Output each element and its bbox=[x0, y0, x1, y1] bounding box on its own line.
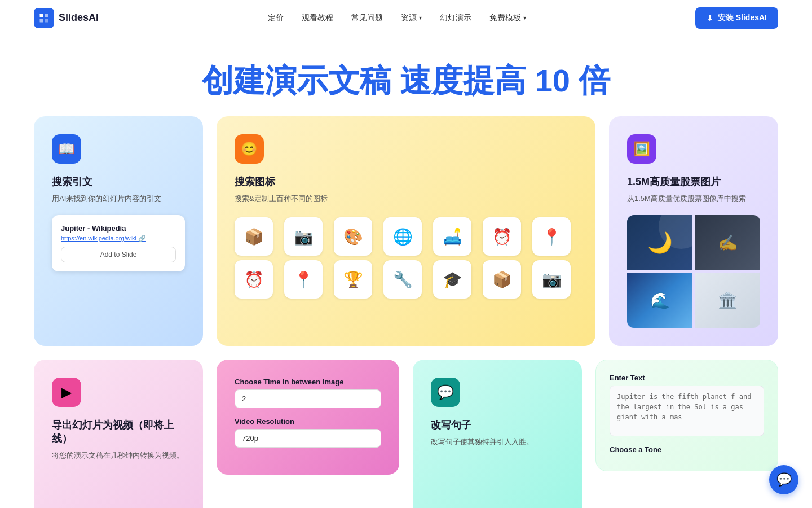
hero-section: 创建演示文稿 速度提高 10 倍 bbox=[0, 36, 812, 116]
citation-url[interactable]: https://en.wikipedia.org/wiki 🔗 bbox=[61, 235, 176, 242]
chevron-down-icon: ▾ bbox=[419, 15, 422, 21]
icon-search-title: 搜索图标 bbox=[235, 175, 577, 189]
citation-title: 搜索引文 bbox=[52, 175, 185, 189]
svg-rect-0 bbox=[40, 14, 43, 17]
nav-faq[interactable]: 常见问题 bbox=[351, 13, 383, 23]
rewrite-textarea[interactable]: Jupiter is the fifth planet f and the la… bbox=[610, 386, 764, 436]
stock-img-2: ✍️ bbox=[695, 215, 760, 270]
icon-item[interactable]: 🌐 bbox=[383, 217, 422, 256]
icon-item[interactable]: 📷 bbox=[532, 260, 571, 299]
resolution-form-group: Video Resolution bbox=[235, 417, 381, 448]
video-form: Choose Time in between image Video Resol… bbox=[217, 360, 399, 475]
chat-icon: 💬 bbox=[776, 472, 792, 487]
stock-image-preview: 🌙 ✍️ 🌊 🏛️ bbox=[627, 215, 760, 328]
logo-text: SlidesAI bbox=[59, 12, 99, 24]
nav-tutorial[interactable]: 观看教程 bbox=[302, 13, 333, 23]
chevron-down-icon-2: ▾ bbox=[523, 15, 526, 21]
download-icon: ⬇ bbox=[707, 14, 713, 23]
nav-resources[interactable]: 资源 ▾ bbox=[401, 13, 422, 23]
stock-img-4: 🏛️ bbox=[695, 273, 760, 328]
hero-title-highlight: 速度提高 10 倍 bbox=[400, 63, 610, 98]
icon-item[interactable]: 🎓 bbox=[433, 260, 471, 299]
stock-image-icon: 🖼️ bbox=[627, 134, 656, 164]
icon-item[interactable]: 🏆 bbox=[334, 260, 372, 299]
navbar: SlidesAI 定价 观看教程 常见问题 资源 ▾ 幻灯演示 免费模板 ▾ ⬇… bbox=[0, 0, 812, 36]
icon-item[interactable]: 📦 bbox=[483, 260, 521, 299]
icon-item[interactable]: 📍 bbox=[284, 260, 323, 299]
rewrite-icon: 💬 bbox=[431, 378, 460, 407]
time-label: Choose Time in between image bbox=[235, 378, 381, 386]
svg-rect-1 bbox=[45, 14, 48, 17]
icon-search-icon: 😊 bbox=[235, 134, 264, 164]
svg-rect-3 bbox=[45, 19, 48, 22]
card-rewrite: 💬 改写句子 改写句子使其独特并引人入胜。 bbox=[413, 360, 582, 508]
rewrite-form-preview: Enter Text Jupiter is the fifth planet f… bbox=[595, 360, 778, 508]
chat-bubble[interactable]: 💬 bbox=[769, 465, 798, 494]
nav-demo[interactable]: 幻灯演示 bbox=[440, 13, 471, 23]
citation-preview: Jupiter - Wikipedia https://en.wikipedia… bbox=[52, 215, 185, 271]
hero-title: 创建演示文稿 速度提高 10 倍 bbox=[34, 63, 778, 98]
rewrite-desc: 改写句子使其独特并引人入胜。 bbox=[431, 436, 564, 448]
nav-templates[interactable]: 免费模板 ▾ bbox=[489, 13, 526, 23]
card-icon-search: 😊 搜索图标 搜索&定制上百种不同的图标 📦 📷 🎨 🌐 🛋️ ⏰ 📍 ⏰ 📍 … bbox=[217, 116, 595, 347]
icon-grid: 📦 📷 🎨 🌐 🛋️ ⏰ 📍 ⏰ 📍 🏆 🔧 🎓 📦 📷 bbox=[235, 217, 577, 299]
enter-text-label: Enter Text bbox=[610, 374, 764, 382]
logo-icon bbox=[34, 8, 54, 28]
stock-image-desc: 从1.5M高质量优质股票图像库中搜索 bbox=[627, 193, 760, 204]
citation-icon: 📖 bbox=[52, 134, 81, 164]
logo[interactable]: SlidesAI bbox=[34, 8, 99, 28]
resolution-label: Video Resolution bbox=[235, 417, 381, 426]
nav-pricing[interactable]: 定价 bbox=[268, 13, 284, 23]
stock-img-1: 🌙 bbox=[627, 215, 692, 270]
citation-source-title: Jupiter - Wikipedia bbox=[61, 224, 176, 233]
rewrite-form: Enter Text Jupiter is the fifth planet f… bbox=[595, 360, 778, 471]
icon-item[interactable]: 🛋️ bbox=[433, 217, 471, 256]
citation-desc: 用AI来找到你的幻灯片内容的引文 bbox=[52, 193, 185, 204]
time-form-group: Choose Time in between image bbox=[235, 378, 381, 408]
icon-item[interactable]: 📍 bbox=[532, 217, 571, 256]
hero-title-static: 创建演示文稿 bbox=[202, 63, 391, 98]
resolution-input[interactable] bbox=[235, 429, 381, 448]
nav-links: 定价 观看教程 常见问题 资源 ▾ 幻灯演示 免费模板 ▾ bbox=[268, 13, 526, 23]
card-citation: 📖 搜索引文 用AI来找到你的幻灯片内容的引文 Jupiter - Wikipe… bbox=[34, 116, 203, 347]
rewrite-title: 改写句子 bbox=[431, 418, 564, 432]
cards-row-2: ▶ 导出幻灯片为视频（即将上线） 将您的演示文稿在几秒钟内转换为视频。 Choo… bbox=[0, 360, 812, 508]
icon-item[interactable]: 🎨 bbox=[334, 217, 372, 256]
svg-rect-2 bbox=[40, 19, 43, 22]
install-button[interactable]: ⬇ 安装 SlidesAI bbox=[695, 7, 778, 29]
tone-label: Choose a Tone bbox=[610, 445, 764, 454]
icon-item[interactable]: 📷 bbox=[284, 217, 323, 256]
cards-row-1: 📖 搜索引文 用AI来找到你的幻灯片内容的引文 Jupiter - Wikipe… bbox=[0, 116, 812, 360]
icon-item[interactable]: ⏰ bbox=[235, 260, 273, 299]
card-video: ▶ 导出幻灯片为视频（即将上线） 将您的演示文稿在几秒钟内转换为视频。 bbox=[34, 360, 203, 508]
add-to-slide-button[interactable]: Add to Slide bbox=[61, 247, 176, 262]
icon-item[interactable]: 📦 bbox=[235, 217, 273, 256]
card-stock-image: 🖼️ 1.5M高质量股票图片 从1.5M高质量优质股票图像库中搜索 🌙 ✍️ 🌊… bbox=[609, 116, 778, 347]
video-desc: 将您的演示文稿在几秒钟内转换为视频。 bbox=[52, 450, 185, 461]
time-input[interactable] bbox=[235, 389, 381, 408]
stock-image-title: 1.5M高质量股票图片 bbox=[627, 175, 760, 189]
icon-item[interactable]: 🔧 bbox=[383, 260, 422, 299]
video-form-preview: Choose Time in between image Video Resol… bbox=[217, 360, 399, 508]
video-title: 导出幻灯片为视频（即将上线） bbox=[52, 418, 185, 445]
video-icon: ▶ bbox=[52, 378, 81, 407]
icon-search-desc: 搜索&定制上百种不同的图标 bbox=[235, 193, 577, 204]
stock-img-3: 🌊 bbox=[627, 273, 692, 328]
icon-item[interactable]: ⏰ bbox=[483, 217, 521, 256]
